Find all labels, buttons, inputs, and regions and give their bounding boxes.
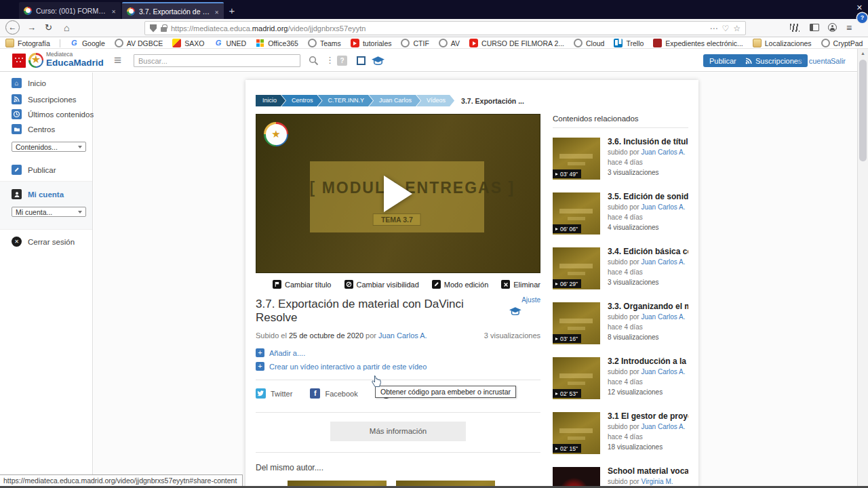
breadcrumb-videos[interactable]: Vídeos	[416, 95, 454, 106]
related-title[interactable]: 3.1 El gestor de proyect...	[608, 412, 688, 421]
tab-close-icon[interactable]	[214, 7, 219, 16]
salir-link[interactable]: Salir	[831, 57, 846, 65]
bookmark-fotografia[interactable]: Fotografía	[5, 39, 50, 47]
author-link[interactable]: Juan Carlos A.	[641, 368, 685, 375]
bookmark-tutoriales[interactable]: tutoriales	[351, 39, 392, 47]
site-brand[interactable]: Mediateca EducaMadrid	[46, 52, 104, 67]
more-options-icon[interactable]	[326, 55, 334, 65]
ajuste-link[interactable]: Ajuste	[521, 296, 540, 325]
sidebar-item-ultimos-contenidos[interactable]: Últimos contenidos	[12, 109, 94, 119]
video-thumbnail[interactable]: 02' 15"	[553, 412, 600, 454]
related-item[interactable]: 02' 15" 3.1 El gestor de proyect... subi…	[553, 412, 688, 458]
related-item[interactable]: 02' 53" 3.2 Introducción a la int... sub…	[553, 357, 688, 403]
author-link[interactable]: Juan Carlos A.	[641, 148, 685, 156]
tracking-shield-icon[interactable]	[150, 24, 157, 33]
video-thumbnail[interactable]: 02' 53"	[553, 357, 600, 399]
library-icon[interactable]	[790, 24, 800, 32]
account-icon[interactable]	[828, 23, 837, 32]
new-tab-button[interactable]	[224, 3, 240, 19]
page-actions-icon[interactable]: ⋯	[709, 24, 717, 33]
video-thumbnail[interactable]: 06' 06"	[553, 192, 600, 235]
breadcrumb-juan-carlos[interactable]: Juan Carlos	[369, 95, 420, 106]
breadcrumb-cterinny[interactable]: C.TER.INN.Y	[318, 95, 374, 106]
bookmark-cloud[interactable]: Cloud	[574, 39, 604, 47]
bookmark-teams[interactable]: Teams	[308, 39, 341, 47]
author-link[interactable]: Juan Carlos A.	[378, 331, 427, 340]
related-title[interactable]: 3.2 Introducción a la int...	[608, 357, 688, 366]
bookmark-curso-filmora[interactable]: CURSO DE FILMORA 2...	[469, 39, 564, 47]
sidebar-toggle-icon[interactable]	[810, 24, 819, 31]
related-item[interactable]: 06' 06" 3.5. Edición de sonido e... subi…	[553, 192, 688, 238]
sidebar-item-cerrar-sesion[interactable]: ✕Cerrar sesión	[12, 237, 75, 247]
bookmark-office365[interactable]: Office365	[256, 39, 298, 47]
bookmark-star-icon[interactable]: ☆	[733, 24, 741, 33]
related-item[interactable]: 03' 49" 3.6. Inclusión de títulos ... su…	[553, 138, 688, 183]
sidebar-item-mi-cuenta[interactable]: Mi cuenta	[12, 189, 64, 199]
related-title[interactable]: 3.5. Edición de sonido e...	[608, 192, 688, 201]
comunidad-madrid-logo[interactable]	[12, 54, 26, 68]
video-thumbnail[interactable]: 03' 49"	[553, 138, 600, 180]
window-close-button[interactable]	[856, 3, 863, 12]
eliminar-button[interactable]: Eliminar	[501, 280, 540, 289]
sidebar-item-suscripciones[interactable]: Suscripciones	[12, 94, 77, 104]
menu-icon[interactable]	[846, 22, 852, 33]
cambiar-titulo-button[interactable]: Cambiar título	[273, 280, 331, 289]
publicar-button[interactable]: Publicar	[703, 54, 743, 67]
url-bar[interactable]: https://mediateca.educa.madrid.org/video…	[144, 21, 746, 35]
cambiar-visibilidad-button[interactable]: Cambiar visibilidad	[344, 280, 419, 289]
related-item[interactable]: 03' 16" 3.3. Organizando el mat... subid…	[553, 302, 688, 348]
site-menu-icon[interactable]	[114, 53, 121, 68]
back-button[interactable]: ←	[5, 20, 20, 35]
mi-cuenta-link[interactable]: Mi cuenta	[799, 57, 831, 65]
bookmark-trello[interactable]: Trello	[614, 39, 644, 47]
pocket-icon[interactable]: ♡	[722, 24, 729, 33]
sidebar-item-publicar[interactable]: Publicar	[12, 165, 56, 175]
twitter-share-button[interactable]: Twitter	[256, 388, 292, 399]
author-link[interactable]: Virginia M.	[641, 478, 673, 485]
educamadrid-logo[interactable]: ★	[28, 53, 43, 68]
suscripciones-button[interactable]: Suscripciones	[739, 54, 808, 67]
author-link[interactable]: Juan Carlos A.	[641, 203, 685, 211]
help-icon[interactable]	[337, 56, 347, 66]
bookmark-cryptpad[interactable]: CryptPad	[821, 39, 863, 47]
more-info-button[interactable]: Más información	[330, 422, 466, 441]
create-interactive-link[interactable]: Crear un vídeo interactivo a partir de e…	[256, 362, 540, 371]
play-button-icon[interactable]	[384, 176, 412, 212]
home-button[interactable]: ⌂	[64, 22, 69, 33]
bookmark-av[interactable]: AV	[439, 39, 460, 47]
checkbox-icon[interactable]	[357, 56, 366, 65]
reload-button[interactable]: ↻	[45, 22, 52, 33]
modo-edicion-button[interactable]: Modo edición	[432, 280, 488, 289]
breadcrumb-inicio[interactable]: Inicio	[256, 95, 285, 106]
sidebar-item-centros[interactable]: Centros	[12, 124, 55, 134]
scrollbar[interactable]	[857, 49, 868, 486]
scrollbar-thumb[interactable]	[859, 60, 867, 161]
tab-close-icon[interactable]	[111, 7, 116, 15]
facebook-share-button[interactable]: Facebook	[310, 388, 357, 399]
search-icon[interactable]	[309, 56, 319, 66]
video-player[interactable]: ★ [ MODULO ENTREGAS ] TEMA 3.7	[256, 114, 540, 273]
bookmark-google[interactable]: Google	[70, 39, 105, 47]
scroll-up-icon[interactable]	[858, 51, 868, 56]
related-item[interactable]: 06' 29" 3.4. Edición básica con ... subi…	[553, 247, 688, 293]
related-title[interactable]: 3.6. Inclusión de títulos ...	[608, 138, 688, 146]
bookmark-uned[interactable]: UNED	[214, 39, 246, 47]
bookmark-ctif[interactable]: CTIF	[401, 39, 429, 47]
bookmark-saxo[interactable]: SAXO	[172, 39, 204, 47]
whats-new-badge-icon[interactable]	[857, 13, 867, 23]
add-to-link[interactable]: Añadir a....	[256, 348, 540, 357]
video-thumbnail[interactable]	[553, 467, 600, 488]
graduation-cap-icon[interactable]	[372, 56, 384, 66]
author-link[interactable]: Juan Carlos A.	[641, 258, 685, 266]
bookmark-expedientes[interactable]: Expedientes electrónic...	[653, 39, 743, 47]
contenidos-select[interactable]: Contenidos...	[12, 142, 86, 152]
related-item[interactable]: School material vocabu... subido por Vir…	[553, 467, 688, 488]
video-thumbnail[interactable]: 06' 29"	[553, 247, 600, 289]
browser-tab-curso[interactable]: Curso: (001) FORMACIÓN PAR...	[19, 2, 121, 19]
mi-cuenta-select[interactable]: Mi cuenta...	[12, 207, 86, 217]
related-title[interactable]: 3.4. Edición básica con ...	[608, 247, 688, 256]
bookmark-av-dgbce[interactable]: AV DGBCE	[115, 39, 163, 47]
search-input[interactable]	[134, 54, 300, 67]
related-title[interactable]: School material vocabu...	[608, 467, 688, 476]
breadcrumb-centros[interactable]: Centros	[281, 95, 322, 106]
